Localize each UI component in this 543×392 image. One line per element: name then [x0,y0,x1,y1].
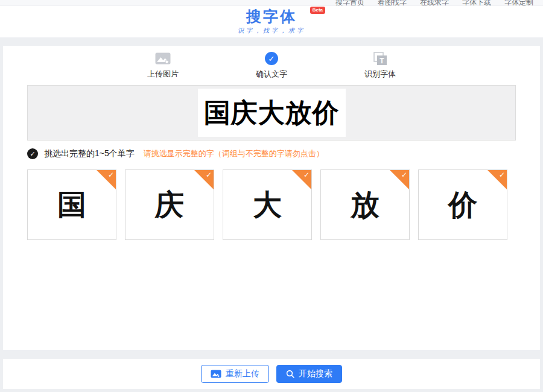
nav-item-online-request[interactable]: 在线求字 [420,0,449,6]
char-glyph: 价 [448,186,477,224]
character-card-list: 国 ✓ 庆 ✓ 大 ✓ 放 ✓ 价 ✓ [27,169,516,240]
search-icon [286,370,294,378]
stepper: 上传图片 ✓ 确认文字 T 识别字体 [3,46,540,80]
step-upload-image: 上传图片 [127,51,199,80]
top-nav-bar: 搜字首页 看图找字 在线求字 字体下载 字体定制 [0,0,543,6]
step-label: 上传图片 [127,69,199,80]
check-badge-icon: ✓ [27,148,38,159]
font-doc-icon: T [373,52,387,66]
step-confirm-text: ✓ 确认文字 [235,51,308,80]
step-label: 识别字体 [344,69,416,80]
nav-item-font-custom[interactable]: 字体定制 [504,0,533,6]
char-card-3[interactable]: 大 ✓ [223,169,312,240]
beta-badge: Beta [310,7,325,14]
step-identify-font: T 识别字体 [344,51,416,80]
logo-tagline: 识字，找字，求字 [238,27,305,35]
instruction-hint: 请挑选显示完整的字（词组与不完整的字请勿点击） [144,148,324,159]
step-label: 确认文字 [235,69,308,80]
uploaded-image-preview: 国庆大放价 [27,85,516,141]
char-glyph: 大 [253,186,282,224]
reupload-button[interactable]: 重新上传 [201,365,269,383]
action-bar: 重新上传 开始搜索 [3,359,540,389]
instruction-row: ✓ 挑选出完整的1~5个单字 请挑选显示完整的字（词组与不完整的字请勿点击） [27,148,516,159]
image-upload-icon [211,370,221,378]
char-card-5[interactable]: 价 ✓ [418,169,507,240]
char-card-1[interactable]: 国 ✓ [27,169,116,240]
nav-item-home[interactable]: 搜字首页 [335,0,364,6]
preview-text: 国庆大放价 [198,89,346,137]
start-search-button[interactable]: 开始搜索 [276,365,342,383]
selected-check-icon: ✓ [499,171,505,179]
nav-item-find-by-image[interactable]: 看图找字 [378,0,407,6]
char-glyph: 放 [351,186,379,224]
logo-title: 搜字体 [238,9,305,24]
svg-text:T: T [379,56,384,65]
top-nav: 搜字首页 看图找字 在线求字 字体下载 字体定制 [0,0,543,6]
site-header: 搜字体 Beta 识字，找字，求字 [0,6,543,37]
site-logo[interactable]: 搜字体 Beta 识字，找字，求字 [238,9,305,35]
selected-check-icon: ✓ [108,171,114,179]
char-glyph: 庆 [155,186,184,224]
nav-item-font-download[interactable]: 字体下载 [462,0,491,6]
selected-check-icon: ✓ [303,171,310,179]
check-circle-icon: ✓ [265,52,278,65]
main-panel: 上传图片 ✓ 确认文字 T 识别字体 国庆大放价 ✓ [3,46,540,350]
start-search-label: 开始搜索 [299,368,332,379]
char-card-2[interactable]: 庆 ✓ [125,169,214,240]
selected-check-icon: ✓ [206,171,212,179]
selected-check-icon: ✓ [401,171,407,179]
image-icon [155,52,171,65]
char-card-4[interactable]: 放 ✓ [320,169,410,240]
char-glyph: 国 [57,186,86,224]
instruction-text: 挑选出完整的1~5个单字 [44,148,135,159]
reupload-label: 重新上传 [226,368,259,379]
